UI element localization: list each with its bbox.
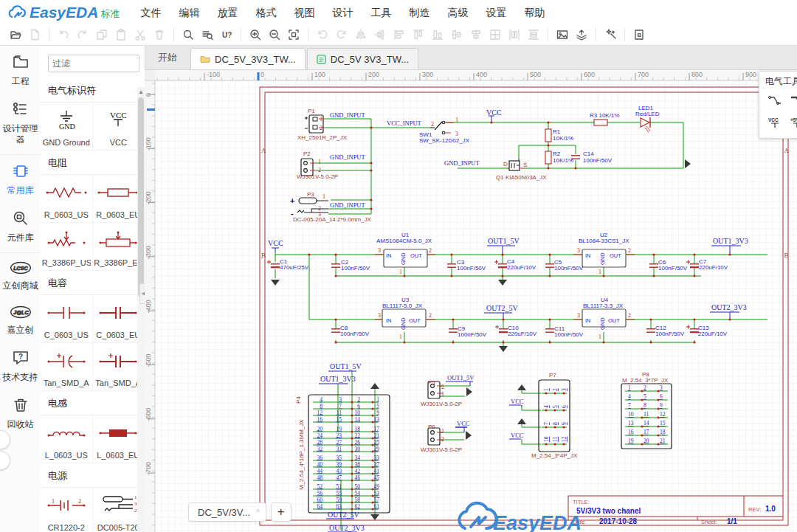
svg-text:BL1117-3.3_JX: BL1117-3.3_JX bbox=[583, 303, 624, 309]
easyeda-logo[interactable]: EasyEDA 标准 bbox=[7, 4, 120, 21]
schematic-canvas[interactable]: -10001002003004005006007008009000-100-20… bbox=[145, 70, 797, 532]
sidebar-item-元件库[interactable]: 元件库 bbox=[0, 202, 41, 253]
svg-text:61: 61 bbox=[374, 503, 380, 510]
sidebar-item-label: 工程 bbox=[0, 76, 41, 87]
add-sheet-button[interactable]: + bbox=[271, 502, 291, 522]
svg-text:16: 16 bbox=[628, 429, 634, 435]
svg-text:2: 2 bbox=[552, 388, 559, 391]
menu-item-工具[interactable]: 工具 bbox=[362, 1, 400, 24]
vcc-flag[interactable]: VCC bbox=[765, 114, 784, 131]
magic-wand-icon[interactable] bbox=[601, 27, 620, 43]
svg-text:-500: -500 bbox=[145, 353, 152, 367]
sidebar-item-技术支持[interactable]: ?技术支持 bbox=[0, 342, 41, 389]
tab-document-0[interactable]: DC_5V_3V3_TW... bbox=[190, 48, 306, 69]
sidebar-item-回收站[interactable]: 回收站 bbox=[0, 389, 41, 436]
tab-document-1[interactable]: DC_5V 3V3_TW... bbox=[307, 48, 418, 69]
filter-input[interactable] bbox=[48, 55, 139, 72]
library-item-label: R_0603_US bbox=[44, 210, 89, 219]
menu-item-设计[interactable]: 设计 bbox=[323, 1, 362, 24]
photo-icon[interactable] bbox=[553, 27, 572, 43]
svg-text:5: 5 bbox=[552, 405, 559, 408]
svg-text:41: 41 bbox=[374, 468, 380, 474]
svg-text:P5: P5 bbox=[428, 379, 435, 386]
menu-item-制造[interactable]: 制造 bbox=[400, 1, 438, 24]
sidebar-item-常用库[interactable]: 常用库 bbox=[0, 155, 41, 202]
scroll-up-icon[interactable]: ▲ bbox=[138, 89, 144, 95]
svg-text:13: 13 bbox=[628, 420, 634, 426]
menu-item-编辑[interactable]: 编辑 bbox=[170, 1, 208, 24]
sidebar-item-工程[interactable]: 工程 bbox=[0, 46, 41, 93]
library-scrollbar[interactable]: ▲ bbox=[137, 87, 145, 532]
align-left-icon bbox=[390, 27, 409, 43]
svg-text:2: 2 bbox=[644, 384, 646, 391]
svg-text:4: 4 bbox=[628, 393, 631, 400]
svg-text:220uF/10V: 220uF/10V bbox=[507, 264, 536, 271]
sidebar-item-嘉立创[interactable]: J@LC嘉立创 bbox=[0, 297, 41, 342]
doc-bom-icon[interactable]: B bbox=[629, 27, 649, 43]
menu-item-设置[interactable]: 设置 bbox=[477, 1, 515, 24]
svg-text:100nF/50V: 100nF/50V bbox=[340, 331, 370, 337]
svg-text:2017-10-28: 2017-10-28 bbox=[599, 517, 638, 525]
toolbar-separator bbox=[173, 28, 174, 41]
spell-check-icon[interactable]: U? bbox=[217, 27, 236, 43]
svg-text:55: 55 bbox=[337, 490, 342, 497]
svg-text:34: 34 bbox=[355, 455, 361, 461]
power-flag[interactable]: +5V bbox=[787, 114, 797, 131]
component-library-panel: 电气标识符GNDGND GroundVCCVCC电阻R_0603_USR_060… bbox=[41, 46, 145, 532]
tab-label: DC_5V_3V3_TW... bbox=[215, 54, 296, 65]
svg-text:OUT1_5V: OUT1_5V bbox=[330, 362, 362, 370]
menu-bar: EasyEDA 标准 文件编辑放置格式视图设计工具制造高级设置帮助 bbox=[0, 0, 797, 25]
zoom-fit-icon[interactable] bbox=[284, 27, 303, 43]
svg-text:9: 9 bbox=[660, 402, 663, 409]
svg-text:GND_INPUT: GND_INPUT bbox=[330, 111, 366, 119]
sidebar-item-设计管理器[interactable]: 设计管理器 bbox=[0, 93, 41, 155]
tab-start[interactable]: 开始 bbox=[145, 46, 190, 69]
pot-eu-symbol bbox=[97, 223, 139, 258]
menu-item-高级[interactable]: 高级 bbox=[438, 1, 477, 24]
library-item-label: C_0603_EU bbox=[96, 331, 140, 339]
library-item-Tan_SMD_A[interactable]: Tan_SMD_A bbox=[41, 343, 93, 391]
library-item-R_0603_US[interactable]: R_0603_US bbox=[41, 175, 93, 223]
find-replace-icon[interactable] bbox=[198, 27, 217, 43]
library-item-label: DC005-T20 bbox=[97, 523, 139, 532]
align-top-icon bbox=[409, 27, 428, 43]
layers-up-icon[interactable] bbox=[572, 27, 591, 43]
scrollbar-thumb[interactable] bbox=[138, 97, 144, 297]
menu-item-放置[interactable]: 放置 bbox=[208, 1, 246, 24]
cap-pol-symbol bbox=[46, 343, 87, 379]
open-folder-icon[interactable] bbox=[6, 27, 25, 43]
wire-tool[interactable] bbox=[765, 92, 784, 108]
menu-item-文件[interactable]: 文件 bbox=[131, 1, 170, 24]
sheet-tab[interactable]: DC_5V/3V... ^ bbox=[188, 502, 266, 522]
svg-text:OUT1_5V: OUT1_5V bbox=[447, 374, 475, 381]
svg-text:OUT2_5V: OUT2_5V bbox=[328, 511, 360, 519]
svg-text:25: 25 bbox=[374, 439, 380, 446]
library-item-GND Ground[interactable]: GNDGND Ground bbox=[41, 103, 93, 151]
svg-text:12: 12 bbox=[660, 411, 666, 418]
zoom-in-icon[interactable] bbox=[246, 27, 265, 43]
library-item-L_0603_US[interactable]: L_0603_US bbox=[41, 415, 93, 463]
search-icon[interactable] bbox=[179, 27, 198, 43]
svg-text:100nF/50V: 100nF/50V bbox=[583, 157, 613, 164]
svg-text:-100: -100 bbox=[207, 71, 220, 78]
svg-text:19: 19 bbox=[337, 426, 342, 432]
svg-text:VCC: VCC bbox=[457, 420, 470, 427]
align-bottom-icon bbox=[428, 27, 447, 43]
svg-text:59: 59 bbox=[337, 497, 342, 503]
svg-text:1: 1 bbox=[322, 193, 325, 200]
menu-item-视图[interactable]: 视图 bbox=[285, 1, 323, 24]
library-item-R_3386P_US[interactable]: R_3386P_US bbox=[41, 223, 93, 271]
svg-text:17: 17 bbox=[644, 429, 649, 435]
bus-tool[interactable] bbox=[787, 92, 797, 108]
svg-text:4: 4 bbox=[320, 396, 322, 403]
library-item-C_0603_US[interactable]: C_0603_US bbox=[41, 295, 93, 343]
menu-item-格式[interactable]: 格式 bbox=[246, 1, 285, 24]
sidebar-item-立创商城[interactable]: LCSC立创商城 bbox=[0, 253, 41, 297]
menu-item-帮助[interactable]: 帮助 bbox=[515, 1, 553, 24]
library-item-CR1220-2[interactable]: 12CR1220-2 bbox=[41, 488, 93, 532]
toolbar-separator bbox=[624, 28, 625, 41]
svg-text:3: 3 bbox=[455, 131, 458, 137]
zoom-out-icon[interactable] bbox=[265, 27, 284, 43]
svg-text:700: 700 bbox=[638, 71, 649, 78]
svg-text:1: 1 bbox=[376, 396, 379, 403]
